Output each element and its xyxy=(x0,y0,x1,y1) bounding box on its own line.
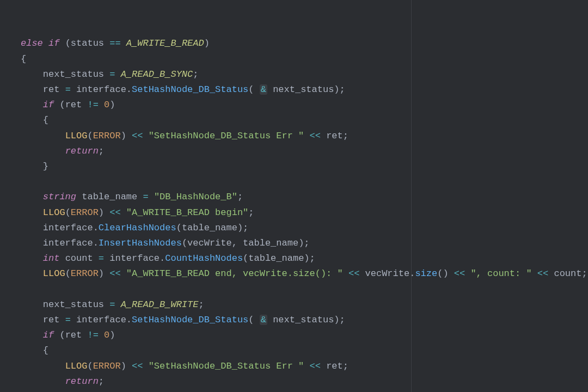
amp-icon: & xyxy=(260,315,267,325)
kw-else: else xyxy=(21,38,43,48)
code-editor[interactable]: else if (status == A_WRITE_B_READ) { nex… xyxy=(0,0,588,392)
ruler xyxy=(411,0,412,392)
kw-if: if xyxy=(48,38,59,48)
amp-icon: & xyxy=(260,84,267,95)
